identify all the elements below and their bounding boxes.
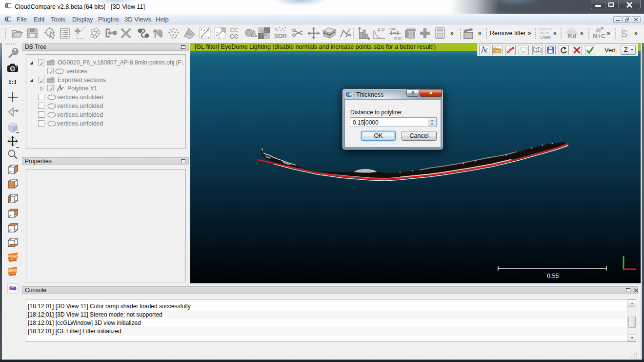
svg-text:S: S: [621, 28, 627, 39]
svg-text:N+C: N+C: [593, 32, 605, 40]
svg-text:μ,σ: μ,σ: [378, 26, 385, 32]
svg-text:Kd: Kd: [568, 32, 576, 40]
svg-text:min: min: [389, 26, 397, 31]
svg-text:BACK: BACK: [9, 269, 18, 272]
svg-text:max: max: [394, 36, 402, 40]
svg-text:0.55: 0.55: [547, 273, 559, 279]
svg-text:Create: Create: [540, 35, 551, 40]
svg-text:SOR: SOR: [274, 33, 287, 40]
svg-text:CC: CC: [230, 27, 239, 34]
svg-text:CANUPO: CANUPO: [539, 27, 552, 30]
svg-text:FRONT: FRONT: [8, 255, 18, 258]
svg-text:CC: CC: [230, 33, 239, 40]
